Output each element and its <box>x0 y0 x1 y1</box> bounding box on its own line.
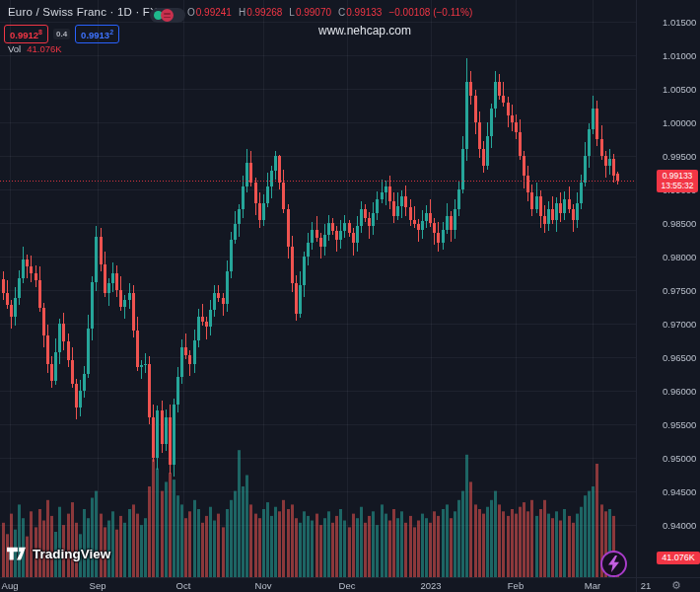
high-label: H <box>239 7 245 18</box>
tradingview-logo[interactable]: TradingView <box>7 547 110 561</box>
time-axis-label: Oct <box>162 580 205 591</box>
volume-label: Vol <box>8 43 21 54</box>
tradingview-logo-icon <box>7 547 26 561</box>
high-value: 0.99268 <box>246 7 282 18</box>
gear-icon[interactable]: ⚙ <box>668 578 684 592</box>
close-value: 0.99133 <box>346 7 382 18</box>
time-axis-label: Mar <box>571 580 614 591</box>
time-axis-label: Sep <box>76 580 119 591</box>
low-value: 0.99070 <box>296 7 331 18</box>
price-axis-label: 0.97500 <box>663 285 696 296</box>
price-axis-label: 0.99500 <box>663 151 696 162</box>
time-axis-separator <box>0 577 700 578</box>
buy-button[interactable]: 0.99132 <box>75 25 119 43</box>
open-value: 0.99241 <box>196 7 232 18</box>
tradingview-logo-text: TradingView <box>33 547 110 561</box>
price-axis-label: 1.00500 <box>663 84 696 95</box>
price-chart-canvas[interactable] <box>0 0 700 592</box>
last-volume-badge: 41.076K <box>657 552 700 564</box>
lightning-button[interactable] <box>600 551 627 577</box>
time-axis-label: 21 <box>624 580 667 591</box>
last-price-value: 0.99133 <box>657 171 698 182</box>
lightning-icon <box>607 555 620 572</box>
ohlc-readout: O0.99241 H0.99268 L0.99070 C0.99133 −0.0… <box>187 7 472 18</box>
price-axis-label: 0.94000 <box>663 520 696 531</box>
price-axis-label: 1.01500 <box>663 17 696 28</box>
countdown-timer: 13:55:32 <box>657 181 698 191</box>
price-axis-label: 1.01000 <box>663 50 696 61</box>
sell-price: 0.9912 <box>10 30 38 40</box>
price-axis-label: 0.98000 <box>663 252 696 262</box>
close-label: C <box>338 7 345 18</box>
low-label: L <box>289 7 295 18</box>
tradingview-chart-window: Euro / Swiss Franc · 1D · FXCM O0.99241 … <box>0 0 700 592</box>
bid-ask-row: 0.99128 0.4 0.99132 <box>4 25 119 43</box>
time-axis-label: Aug <box>0 580 32 591</box>
price-axis-separator <box>636 0 637 592</box>
sell-button[interactable]: 0.99128 <box>4 25 48 43</box>
volume-value: 41.076K <box>27 43 61 54</box>
time-axis-label: Dec <box>325 580 369 591</box>
time-axis-label: Nov <box>242 580 285 591</box>
price-axis-label: 0.95000 <box>663 453 696 464</box>
price-axis-label: 0.95500 <box>663 419 696 430</box>
header-status-pill[interactable] <box>150 8 185 23</box>
price-axis-label: 0.96000 <box>663 386 696 397</box>
open-label: O <box>187 7 195 18</box>
buy-price: 0.9913 <box>81 30 109 40</box>
change-value: −0.00108 (−0.11%) <box>388 7 472 18</box>
buy-price-pip: 2 <box>109 29 113 36</box>
price-axis-label: 1.00000 <box>663 117 696 128</box>
watermark-text: www.nehcap.com <box>251 24 478 37</box>
last-price-badge: 0.99133 13:55:32 <box>657 170 698 192</box>
volume-readout: Vol 41.076K <box>8 43 62 54</box>
sell-price-pip: 8 <box>38 29 42 36</box>
menu-pill-icon[interactable] <box>161 9 174 22</box>
spread-value: 0.4 <box>53 29 70 39</box>
price-axis-label: 0.97000 <box>663 319 696 330</box>
price-axis-label: 0.96500 <box>663 352 696 363</box>
price-axis-label: 0.98500 <box>663 218 696 229</box>
time-axis-label: 2023 <box>409 580 453 591</box>
price-axis-label: 0.94500 <box>663 486 696 497</box>
time-axis-label: Feb <box>494 580 537 591</box>
